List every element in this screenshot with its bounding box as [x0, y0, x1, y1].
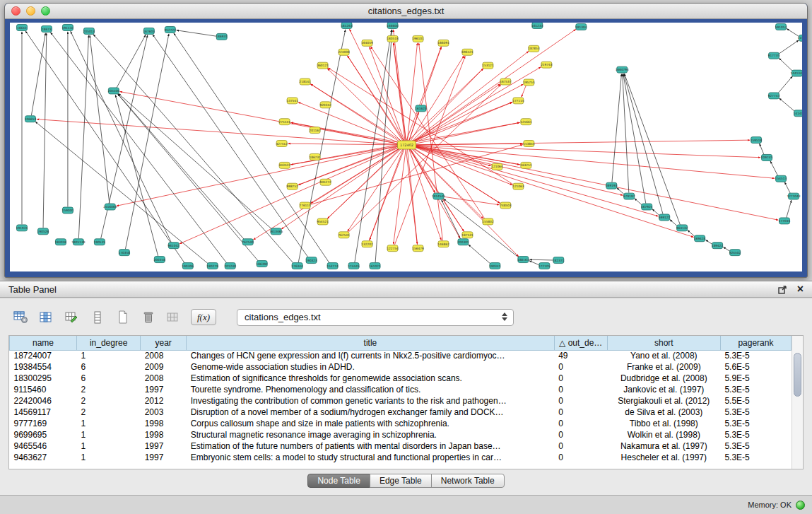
graph-node[interactable]: 156479: [412, 245, 424, 252]
graph-edge[interactable]: [71, 31, 171, 242]
graph-edge[interactable]: [407, 148, 417, 244]
graph-node[interactable]: 166600: [387, 23, 399, 28]
graph-node[interactable]: 188163: [517, 257, 529, 263]
import-table-button[interactable]: [164, 308, 183, 326]
close-panel-button[interactable]: ×: [797, 284, 804, 294]
tab-node-table[interactable]: Node Table: [307, 474, 370, 488]
graph-node[interactable]: 201240: [225, 263, 237, 269]
graph-node[interactable]: 146862: [437, 241, 449, 247]
graph-edge[interactable]: [394, 148, 406, 244]
graph-edge[interactable]: [770, 161, 778, 176]
graph-edge[interactable]: [90, 35, 110, 204]
graph-node[interactable]: 1664794: [616, 66, 629, 73]
graph-node[interactable]: 195755: [523, 79, 535, 86]
graph-node[interactable]: 191132: [62, 24, 74, 30]
graph-edge[interactable]: [177, 30, 216, 36]
graph-edge[interactable]: [612, 74, 621, 182]
table-row[interactable]: 977716911998Corpus callosum shape and si…: [10, 418, 792, 429]
graph-edge[interactable]: [180, 146, 401, 244]
column-header[interactable]: pagerank: [720, 336, 791, 350]
graph-node[interactable]: 945272: [319, 179, 331, 185]
graph-node[interactable]: 183058: [55, 239, 67, 245]
graph-node[interactable]: 964132: [676, 225, 688, 231]
graph-edge[interactable]: [281, 147, 402, 229]
graph-node[interactable]: 154513: [775, 175, 787, 182]
graph-node[interactable]: 161625: [415, 105, 427, 112]
table-row[interactable]: 969969511998Structural magnetic resonanc…: [10, 429, 792, 440]
graph-node[interactable]: 920342: [319, 102, 331, 108]
graph-node[interactable]: 132202: [361, 241, 373, 247]
graph-node[interactable]: 186091: [437, 40, 449, 46]
graph-node[interactable]: 155832: [482, 218, 494, 225]
graph-edge[interactable]: [93, 34, 293, 263]
edit-table-button[interactable]: [62, 308, 81, 326]
graph-node[interactable]: 187531: [461, 232, 473, 238]
graph-node[interactable]: 1271043: [787, 193, 800, 199]
graph-node[interactable]: 205013: [83, 28, 95, 34]
graph-node[interactable]: 18673: [41, 25, 52, 32]
graph-node[interactable]: 190526: [37, 228, 49, 235]
table-row[interactable]: 946362711997Embryonic stem cells: a mode…: [10, 452, 792, 463]
graph-node[interactable]: 153845: [523, 141, 535, 147]
column-header[interactable]: year: [141, 336, 187, 350]
graph-node[interactable]: 219743: [541, 62, 553, 68]
graph-edge[interactable]: [411, 67, 541, 144]
graph-node[interactable]: 275141: [278, 119, 290, 125]
graph-node[interactable]: 167537: [500, 78, 512, 85]
graph-node[interactable]: 180279: [207, 263, 219, 269]
graph-edge[interactable]: [407, 43, 417, 141]
table-scrollbar-thumb[interactable]: [794, 353, 801, 397]
graph-node[interactable]: 2516065: [103, 204, 117, 210]
graph-edge[interactable]: [670, 220, 677, 226]
graph-edge[interactable]: [442, 200, 461, 239]
graph-edge[interactable]: [348, 148, 404, 231]
table-row[interactable]: 2242004622012Investigating the contribut…: [10, 395, 792, 407]
graph-node[interactable]: 161233: [531, 23, 543, 28]
table-settings-button[interactable]: [11, 308, 30, 326]
graph-node[interactable]: 109745: [761, 154, 773, 160]
column-header[interactable]: title: [187, 336, 554, 350]
graph-edge[interactable]: [410, 56, 464, 142]
graph-node[interactable]: 961042: [168, 243, 180, 249]
graph-edge[interactable]: [253, 147, 401, 240]
table-row[interactable]: 946554611997Estimation of the future num…: [10, 440, 792, 452]
table-source-dropdown[interactable]: citations_edges.txt: [237, 309, 514, 326]
graph-edge[interactable]: [394, 30, 406, 141]
function-builder-button[interactable]: f(x): [191, 309, 216, 325]
graph-node[interactable]: 141453: [794, 110, 802, 117]
graph-edge[interactable]: [778, 76, 793, 93]
graph-node[interactable]: 427512: [276, 141, 288, 147]
graph-edge[interactable]: [37, 119, 401, 145]
graph-node[interactable]: 696121: [461, 49, 473, 55]
table-row[interactable]: 911546021997Tourette syndrome. Phenomeno…: [10, 384, 792, 395]
graph-node[interactable]: 699122: [659, 214, 671, 221]
window-titlebar[interactable]: citations_edges.txt: [5, 4, 807, 19]
delete-button[interactable]: [139, 308, 158, 326]
graph-edge[interactable]: [174, 33, 329, 263]
graph-node[interactable]: 762540: [242, 239, 254, 245]
graph-edge[interactable]: [624, 74, 680, 224]
graph-node[interactable]: 748503: [500, 202, 512, 209]
graph-node[interactable]: 196101: [412, 35, 424, 42]
graph-node[interactable]: 191931: [16, 225, 28, 231]
graph-node[interactable]: 121661: [520, 119, 532, 125]
graph-node[interactable]: 186392: [257, 261, 269, 267]
graph-node[interactable]: 122754: [387, 245, 399, 252]
graph-edge[interactable]: [623, 74, 646, 203]
graph-edge[interactable]: [411, 51, 529, 143]
graph-node[interactable]: 360121: [317, 62, 329, 69]
graph-node[interactable]: 181304: [575, 23, 587, 30]
network-canvas-svg[interactable]: 1724021538451632511210637485031558321875…: [10, 23, 802, 271]
graph-node[interactable]: 089193: [606, 182, 618, 189]
graph-node[interactable]: 954521: [317, 218, 329, 225]
graph-edge[interactable]: [623, 74, 629, 193]
graph-node[interactable]: 190323: [305, 257, 317, 264]
table-row[interactable]: 1456911722003Disruption of a novel membe…: [10, 407, 792, 418]
zoom-button[interactable]: [41, 6, 50, 16]
graph-edge[interactable]: [412, 146, 778, 220]
graph-node[interactable]: 927743: [768, 93, 780, 99]
graph-edge[interactable]: [444, 197, 499, 204]
graph-node[interactable]: 172402: [398, 141, 416, 149]
graph-node[interactable]: 218141: [299, 78, 311, 85]
graph-edge[interactable]: [412, 140, 750, 145]
